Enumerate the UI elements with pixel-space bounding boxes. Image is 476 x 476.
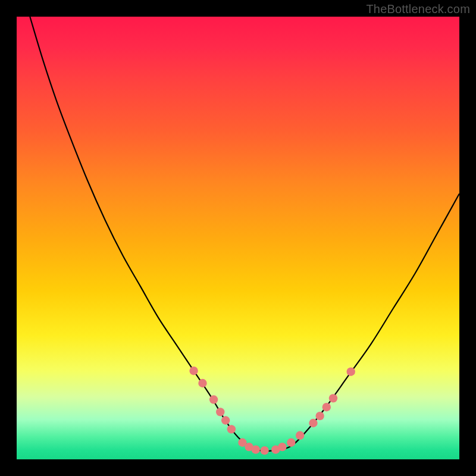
curve-marker <box>252 445 260 453</box>
curve-marker <box>287 439 295 447</box>
plot-area <box>17 17 459 459</box>
curve-marker <box>198 379 206 387</box>
curve-marker <box>227 425 236 433</box>
curve-marker <box>315 412 324 420</box>
curve-marker <box>209 395 218 403</box>
bottleneck-curve <box>30 17 459 451</box>
curve-marker <box>322 403 331 411</box>
curve-marker <box>278 443 286 451</box>
curve-marker <box>260 446 268 455</box>
curve-markers <box>189 367 355 455</box>
attribution-text: TheBottleneck.com <box>366 2 470 16</box>
curve-marker <box>189 367 198 375</box>
curve-marker <box>347 367 355 375</box>
curve-marker <box>329 394 337 402</box>
curve-marker <box>296 431 304 440</box>
curve-marker <box>309 419 317 427</box>
curve-marker <box>216 408 224 416</box>
chart-svg <box>17 17 459 459</box>
curve-marker <box>221 416 230 424</box>
chart-frame: TheBottleneck.com <box>0 0 476 476</box>
